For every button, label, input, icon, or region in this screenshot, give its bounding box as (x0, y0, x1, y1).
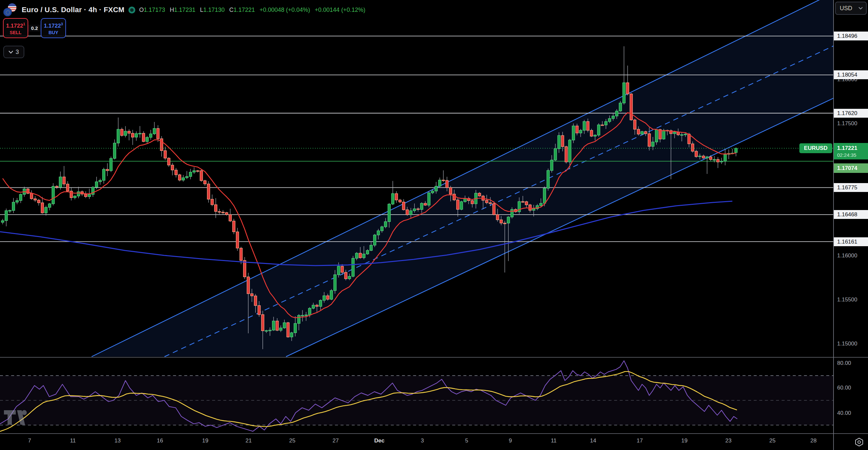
candle-body (276, 321, 279, 330)
time-scale[interactable]: 711131619212527Dec35911141719232528 (0, 433, 868, 450)
chart-canvas[interactable] (0, 0, 868, 450)
candle-body (138, 133, 141, 134)
candle-body (200, 171, 203, 180)
candle-body (319, 301, 322, 306)
candle-body (308, 308, 311, 315)
candle-body (341, 266, 343, 273)
candle-body (460, 201, 463, 209)
candle-body (243, 260, 246, 277)
candle-body (5, 211, 7, 221)
level-price-label: 1.16161 (834, 237, 868, 246)
candle-body (641, 132, 643, 134)
candle-body (160, 139, 163, 150)
time-tick-label: 5 (465, 438, 468, 444)
candle-body (182, 178, 185, 180)
candle-body (644, 132, 647, 134)
candle-body (272, 321, 275, 330)
currency-dropdown[interactable]: USD (835, 2, 867, 15)
settings-icon[interactable] (852, 438, 866, 447)
candle-body (565, 147, 567, 162)
eurusd-flag-icon (3, 3, 18, 17)
candle-body (189, 172, 192, 176)
sell-button[interactable]: 1.17221 SELL (3, 18, 28, 38)
candle-body (34, 199, 36, 200)
candle-body (146, 137, 149, 142)
candle-body (539, 203, 542, 206)
buy-label: BUY (49, 30, 58, 35)
change2-abs: +0.00144 (315, 6, 340, 13)
candle-body (48, 204, 51, 207)
candle-body (572, 126, 575, 140)
candle-body (323, 296, 326, 301)
candle-body (532, 209, 535, 210)
price-tick-label: 1.15000 (834, 340, 868, 348)
candle-body (706, 157, 708, 158)
price-scale[interactable]: 1.180001.175001.160001.155001.150001.184… (834, 0, 868, 433)
candle-body (117, 129, 120, 143)
candle-body (59, 177, 62, 187)
indicators-collapse-button[interactable]: 3 (3, 46, 24, 58)
candle-body (330, 290, 333, 300)
rsi-pane (0, 361, 834, 431)
time-tick-label: 11 (551, 438, 557, 444)
candle-body (493, 203, 495, 214)
candle-body (131, 133, 134, 137)
candle-body (413, 209, 416, 211)
candle-body (193, 171, 195, 172)
price-tick-label: 1.17500 (834, 119, 868, 128)
trend-channel-fill (92, 0, 868, 357)
candle-body (554, 148, 557, 160)
currency-label: USD (840, 5, 852, 12)
candle-body (283, 323, 286, 328)
candle-body (424, 203, 427, 205)
candle-body (12, 202, 15, 210)
candle-body (265, 331, 268, 331)
candle-body (337, 266, 340, 275)
current-price-label: 1.1722102:24:35 (834, 143, 868, 160)
candle-body (507, 217, 510, 223)
candle-body (576, 126, 578, 133)
candle-body (724, 154, 726, 161)
low-label: L (200, 6, 203, 13)
level-price-label: 1.17620 (834, 109, 868, 118)
candle-body (211, 199, 214, 205)
low-value: 1.17130 (203, 6, 225, 13)
candle-body (435, 186, 437, 191)
time-tick-label: 7 (28, 438, 31, 444)
candle-body (355, 253, 358, 258)
candle-body (258, 306, 260, 315)
candle-body (196, 171, 199, 171)
candle-body (1, 221, 4, 222)
candle-body (56, 187, 58, 187)
candle-body (102, 169, 105, 180)
candle-body (16, 200, 19, 202)
candle-body (84, 194, 87, 197)
candle-body (366, 251, 369, 254)
candle-body (106, 169, 109, 171)
candle-body (316, 305, 318, 306)
candle-body (388, 204, 391, 222)
time-tick-label: 28 (810, 438, 817, 444)
candle-body (583, 122, 586, 131)
candle-body (359, 253, 362, 258)
indicators-count: 3 (16, 49, 19, 56)
candle-body (406, 210, 408, 215)
green-level-price-label: 1.17074 (834, 163, 868, 173)
candle-body (229, 215, 231, 221)
buy-button[interactable]: 1.17223 BUY (41, 18, 66, 38)
symbol-title[interactable]: Euro / U.S. Dollar · 4h · FXCM (22, 6, 124, 14)
candle-body (66, 184, 69, 191)
time-tick-label: Dec (374, 438, 384, 444)
sell-price-pip: 1 (23, 22, 25, 26)
candle-body (500, 220, 502, 223)
candle-body (547, 171, 550, 188)
time-tick-label: 19 (681, 438, 688, 444)
candle-body (298, 315, 300, 324)
candle-body (384, 222, 387, 227)
candle-body (261, 315, 264, 331)
high-label: H (170, 6, 174, 13)
time-tick-label: 21 (246, 438, 252, 444)
candle-body (30, 193, 33, 199)
candle-body (327, 296, 329, 300)
candle-body (453, 194, 456, 200)
